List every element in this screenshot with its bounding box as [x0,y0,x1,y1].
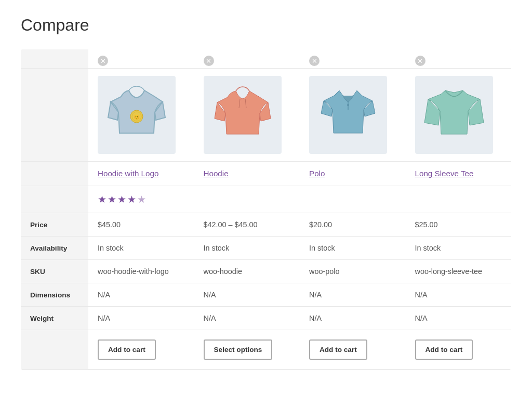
product-link-1[interactable]: Hoodie [204,169,229,178]
hoodie-svg [209,81,276,149]
rating-cell-2 [300,186,406,213]
sku-row: SKU woo-hoodie-with-logo woo-hoodie woo-… [21,260,511,283]
remove-button-0[interactable]: ✕ [98,56,108,66]
sku-cell-2: woo-polo [300,260,406,283]
rating-cell-1 [194,186,300,213]
longsleeve-svg [420,81,488,149]
dimensions-cell-2: N/A [300,283,406,307]
remove-button-2[interactable]: ✕ [309,56,320,66]
product-image-3 [415,76,493,154]
name-row: Hoodie with Logo Hoodie Polo Long Sleeve… [21,162,511,186]
product-image-1 [204,76,282,154]
remove-row: ✕ ✕ ✕ ✕ [21,49,511,69]
label-empty-name [21,162,88,186]
svg-point-6 [347,104,349,106]
add-to-cart-button-2[interactable]: Add to cart [309,339,367,360]
image-cell-3 [406,69,512,162]
remove-button-1[interactable]: ✕ [204,56,214,66]
rating-cell-3 [406,186,512,213]
svg-text:😊: 😊 [134,114,139,120]
product-image-2 [309,76,387,154]
price-cell-3: $25.00 [406,213,512,237]
price-row: Price $45.00 $42.00 – $45.00 $20.00 $25.… [21,213,511,237]
action-cell-3: Add to cart [406,330,512,370]
price-label: Price [21,213,88,237]
weight-cell-3: N/A [406,307,512,330]
dimensions-label: Dimensions [21,283,88,307]
label-empty-remove [21,49,88,69]
select-options-button-1[interactable]: Select options [204,339,273,360]
rating-row: ★★★★★ [21,186,511,213]
image-row: 😊 [21,69,511,162]
dimensions-cell-1: N/A [194,283,300,307]
label-empty-action [21,330,88,370]
image-cell-0: 😊 [88,69,194,162]
weight-cell-2: N/A [300,307,406,330]
action-cell-2: Add to cart [300,330,406,370]
availability-cell-0: In stock [88,237,194,260]
weight-label: Weight [21,307,88,330]
name-cell-1: Hoodie [194,162,300,186]
compare-table: ✕ ✕ ✕ ✕ [21,49,511,370]
action-cell-0: Add to cart [88,330,194,370]
sku-cell-3: woo-long-sleeve-tee [406,260,512,283]
weight-row: Weight N/A N/A N/A N/A [21,307,511,330]
name-cell-0: Hoodie with Logo [88,162,194,186]
sku-cell-0: woo-hoodie-with-logo [88,260,194,283]
weight-cell-1: N/A [194,307,300,330]
name-cell-2: Polo [300,162,406,186]
label-empty-image [21,69,88,162]
sku-label: SKU [21,260,88,283]
product-link-0[interactable]: Hoodie with Logo [98,169,158,178]
add-to-cart-button-0[interactable]: Add to cart [98,339,156,360]
rating-cell-0: ★★★★★ [88,186,194,213]
availability-cell-1: In stock [194,237,300,260]
remove-cell-0: ✕ [88,49,194,69]
remove-cell-2: ✕ [300,49,406,69]
product-link-3[interactable]: Long Sleeve Tee [415,169,474,178]
action-row: Add to cart Select options Add to cart A… [21,330,511,370]
price-cell-0: $45.00 [88,213,194,237]
price-cell-2: $20.00 [300,213,406,237]
remove-button-3[interactable]: ✕ [415,56,425,66]
availability-cell-2: In stock [300,237,406,260]
remove-cell-1: ✕ [194,49,300,69]
product-link-2[interactable]: Polo [309,169,325,178]
dimensions-cell-3: N/A [406,283,512,307]
weight-cell-0: N/A [88,307,194,330]
label-empty-rating [21,186,88,213]
dimensions-row: Dimensions N/A N/A N/A N/A [21,283,511,307]
availability-row: Availability In stock In stock In stock … [21,237,511,260]
polo-svg [314,81,382,149]
price-cell-1: $42.00 – $45.00 [194,213,300,237]
add-to-cart-button-3[interactable]: Add to cart [415,339,473,360]
page-title: Compare [21,16,511,35]
action-cell-1: Select options [194,330,300,370]
image-cell-2 [300,69,406,162]
hoodie-logo-svg: 😊 [103,81,170,149]
image-cell-1 [194,69,300,162]
remove-cell-3: ✕ [406,49,512,69]
availability-label: Availability [21,237,88,260]
product-image-0: 😊 [98,76,176,154]
name-cell-3: Long Sleeve Tee [406,162,512,186]
sku-cell-1: woo-hoodie [194,260,300,283]
dimensions-cell-0: N/A [88,283,194,307]
availability-cell-3: In stock [406,237,512,260]
star-rating: ★★★★★ [98,194,147,205]
